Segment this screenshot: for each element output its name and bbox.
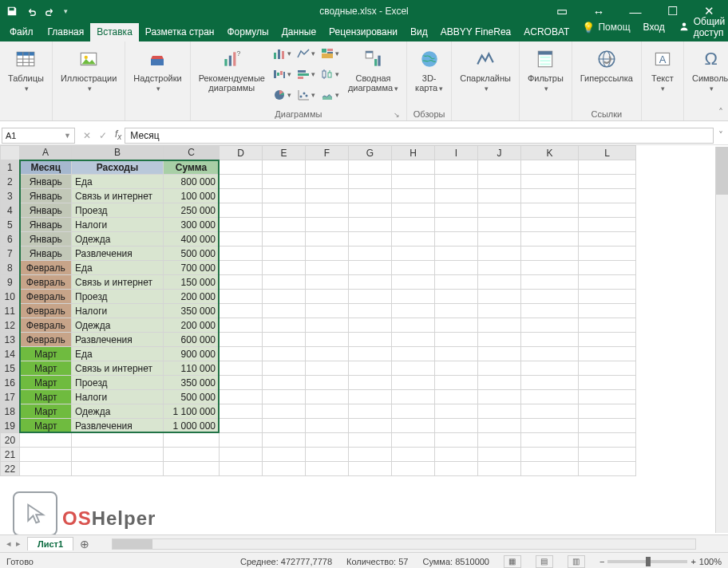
cell[interactable] — [306, 304, 349, 318]
cell[interactable] — [435, 290, 478, 304]
cell[interactable] — [263, 347, 306, 361]
cell[interactable] — [392, 376, 435, 390]
cell[interactable] — [521, 247, 579, 261]
tab-abbyy finerea[interactable]: ABBYY FineRea — [434, 23, 518, 41]
cell[interactable]: Одежда — [72, 404, 164, 419]
worksheet-grid[interactable]: ABCDEFGHIJKL1МесяцРасходыСумма2ЯнварьЕда… — [0, 145, 728, 534]
cell[interactable] — [349, 333, 392, 347]
row-header[interactable]: 14 — [1, 347, 20, 361]
cell[interactable] — [579, 333, 636, 347]
cell[interactable] — [349, 189, 392, 203]
cell[interactable] — [349, 160, 392, 175]
cell[interactable] — [435, 347, 478, 361]
text-button[interactable]: A Текст — [647, 45, 679, 95]
cell[interactable]: Еда — [72, 347, 164, 361]
row-header[interactable]: 22 — [1, 462, 20, 476]
cell[interactable] — [521, 261, 579, 275]
pie-chart-icon[interactable] — [273, 86, 292, 104]
cell[interactable] — [521, 203, 579, 218]
cell[interactable] — [349, 462, 392, 476]
tab-acrobat[interactable]: ACROBAT — [517, 23, 576, 41]
cell[interactable] — [220, 261, 263, 275]
tab-формулы[interactable]: Формулы — [220, 23, 275, 41]
cell[interactable] — [263, 318, 306, 333]
cell[interactable] — [220, 361, 263, 376]
cell[interactable] — [521, 333, 579, 347]
cell[interactable]: 250 000 — [164, 203, 220, 218]
cell[interactable] — [349, 347, 392, 361]
cell[interactable]: Март — [20, 404, 72, 419]
cell[interactable] — [435, 247, 478, 261]
col-header-E[interactable]: E — [263, 146, 306, 160]
cell[interactable] — [220, 404, 263, 419]
statistic-chart-icon[interactable] — [321, 65, 340, 83]
cell[interactable] — [349, 376, 392, 390]
cell[interactable] — [349, 390, 392, 404]
cell[interactable] — [349, 318, 392, 333]
horizontal-scrollbar[interactable] — [112, 538, 696, 550]
cell[interactable] — [306, 318, 349, 333]
cell[interactable] — [579, 232, 636, 247]
cell[interactable]: 350 000 — [164, 304, 220, 318]
view-normal-icon[interactable]: ▦ — [504, 555, 521, 568]
cell[interactable] — [220, 247, 263, 261]
cell[interactable]: Связь и интернет — [72, 361, 164, 376]
cell[interactable] — [306, 261, 349, 275]
cell[interactable] — [349, 361, 392, 376]
cell[interactable]: Налоги — [72, 218, 164, 232]
cell[interactable] — [435, 433, 478, 448]
cell[interactable] — [263, 275, 306, 290]
row-header[interactable]: 9 — [1, 275, 20, 290]
cell[interactable]: 400 000 — [164, 232, 220, 247]
tell-me[interactable]: 💡 Помощ — [576, 18, 636, 37]
surface-chart-icon[interactable] — [321, 86, 340, 104]
row-header[interactable]: 15 — [1, 361, 20, 376]
name-box[interactable]: A1 ▼ — [2, 128, 75, 144]
cell[interactable] — [220, 189, 263, 203]
cell[interactable] — [435, 318, 478, 333]
cell[interactable]: Еда — [72, 175, 164, 189]
cell[interactable] — [521, 361, 579, 376]
cell[interactable] — [478, 419, 521, 433]
cell[interactable] — [392, 218, 435, 232]
cell[interactable]: Налоги — [72, 304, 164, 318]
row-header[interactable]: 5 — [1, 218, 20, 232]
col-header-I[interactable]: I — [435, 146, 478, 160]
cell[interactable] — [478, 390, 521, 404]
sheet-tab-active[interactable]: Лист1 — [27, 537, 73, 550]
cell[interactable]: Январь — [20, 218, 72, 232]
cell[interactable] — [579, 419, 636, 433]
cell[interactable] — [478, 304, 521, 318]
cell[interactable] — [306, 247, 349, 261]
cell[interactable] — [392, 318, 435, 333]
cell[interactable] — [478, 160, 521, 175]
cell[interactable]: Февраль — [20, 275, 72, 290]
cell[interactable] — [306, 376, 349, 390]
cell[interactable] — [478, 376, 521, 390]
cell[interactable]: Март — [20, 376, 72, 390]
col-header-H[interactable]: H — [392, 146, 435, 160]
sheet-nav-first-icon[interactable]: ◂ — [6, 538, 11, 549]
cell[interactable] — [478, 275, 521, 290]
line-chart-icon[interactable] — [297, 45, 316, 62]
row-header[interactable]: 4 — [1, 203, 20, 218]
cell[interactable] — [306, 275, 349, 290]
ribbon-options-icon[interactable]: ▭ — [551, 4, 573, 18]
cell[interactable]: 200 000 — [164, 318, 220, 333]
row-header[interactable]: 20 — [1, 433, 20, 448]
col-header-K[interactable]: K — [521, 146, 579, 160]
cell[interactable] — [521, 419, 579, 433]
cell[interactable] — [349, 232, 392, 247]
cell[interactable] — [392, 232, 435, 247]
col-header-C[interactable]: C — [164, 146, 220, 160]
cell[interactable] — [220, 376, 263, 390]
cell[interactable]: Февраль — [20, 304, 72, 318]
sheet-nav-last-icon[interactable]: ▸ — [16, 538, 21, 549]
cell[interactable] — [392, 175, 435, 189]
add-sheet-icon[interactable]: ⊕ — [73, 538, 96, 550]
cell[interactable]: Расходы — [72, 160, 164, 175]
cell[interactable] — [579, 448, 636, 462]
cell[interactable] — [521, 462, 579, 476]
cell[interactable] — [579, 376, 636, 390]
cell[interactable] — [263, 419, 306, 433]
